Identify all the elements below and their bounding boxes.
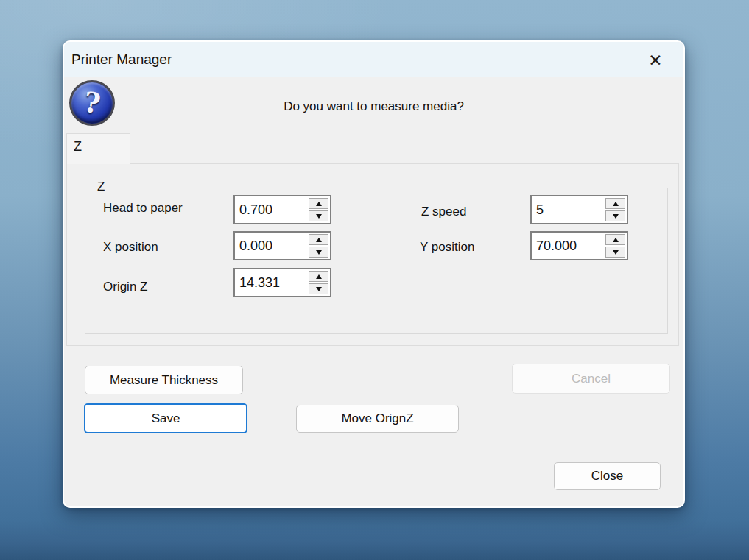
- x-position-input[interactable]: [235, 233, 307, 259]
- y-position-spin-buttons: [604, 233, 627, 259]
- groupbox-label: Z: [94, 180, 108, 194]
- down-arrow-icon: [613, 250, 619, 255]
- y-position-input[interactable]: [532, 233, 604, 259]
- up-arrow-icon: [316, 202, 322, 206]
- spin-down-button[interactable]: [605, 210, 625, 221]
- close-icon[interactable]: ✕: [644, 49, 667, 72]
- origin-z-label: Origin Z: [103, 280, 147, 294]
- tab-z[interactable]: Z: [66, 133, 130, 164]
- head-to-paper-input[interactable]: [235, 196, 307, 223]
- spin-up-button[interactable]: [605, 198, 625, 209]
- cancel-button: Cancel: [512, 364, 670, 394]
- head-to-paper-spin-buttons: [307, 196, 330, 223]
- spin-down-button[interactable]: [309, 283, 328, 294]
- spin-down-button[interactable]: [309, 247, 328, 258]
- save-button[interactable]: Save: [84, 403, 247, 433]
- spin-up-button[interactable]: [605, 234, 625, 245]
- window-title: Printer Manager: [64, 52, 172, 68]
- head-to-paper-spinner: [233, 195, 331, 224]
- origin-z-spin-buttons: [307, 269, 330, 296]
- spin-up-button[interactable]: [309, 198, 328, 209]
- printer-manager-dialog: Printer Manager ✕ ? Do you want to measu…: [63, 40, 685, 508]
- prompt-message: Do you want to measure media?: [64, 99, 683, 114]
- z-speed-spin-buttons: [604, 196, 627, 223]
- x-position-spinner: [233, 231, 331, 260]
- down-arrow-icon: [316, 287, 322, 291]
- up-arrow-icon: [316, 238, 322, 242]
- z-speed-input[interactable]: [532, 196, 604, 223]
- down-arrow-icon: [613, 214, 619, 219]
- title-bar: Printer Manager: [64, 42, 683, 77]
- move-orignz-button[interactable]: Move OrignZ: [296, 405, 459, 433]
- z-speed-label: Z speed: [421, 205, 466, 219]
- spin-up-button[interactable]: [309, 271, 328, 282]
- down-arrow-icon: [316, 214, 322, 219]
- desktop-background: { "window": { "title": "Printer Manager"…: [0, 0, 749, 560]
- head-to-paper-label: Head to paper: [103, 201, 183, 216]
- origin-z-input[interactable]: [235, 269, 307, 296]
- up-arrow-icon: [316, 274, 322, 279]
- z-speed-spinner: [530, 195, 628, 224]
- down-arrow-icon: [316, 250, 322, 255]
- spin-up-button[interactable]: [309, 234, 328, 245]
- spin-down-button[interactable]: [309, 210, 328, 221]
- up-arrow-icon: [613, 202, 619, 206]
- up-arrow-icon: [613, 238, 619, 242]
- close-button[interactable]: Close: [554, 462, 661, 490]
- y-position-spinner: [530, 231, 628, 260]
- spin-down-button[interactable]: [605, 247, 625, 258]
- y-position-label: Y position: [420, 240, 474, 255]
- x-position-label: X position: [103, 240, 158, 255]
- measure-thickness-button[interactable]: Measure Thickness: [85, 366, 243, 394]
- origin-z-spinner: [233, 268, 331, 297]
- x-position-spin-buttons: [307, 233, 330, 259]
